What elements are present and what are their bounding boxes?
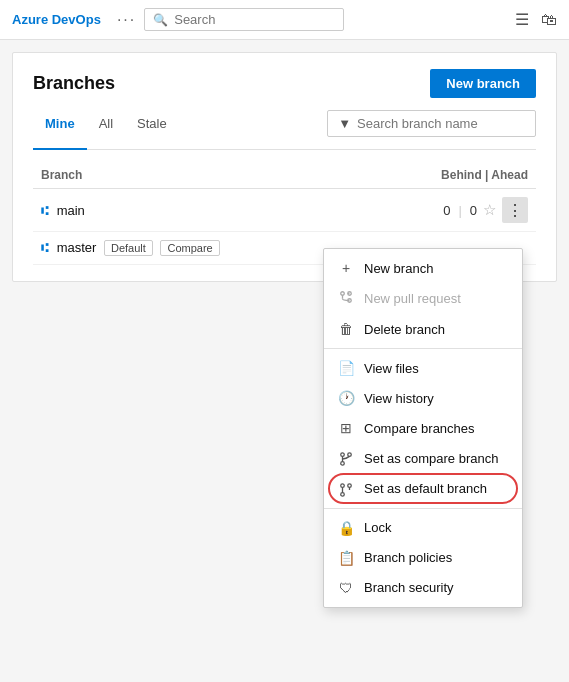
branch-name-main: main: [57, 203, 85, 218]
topbar-dots[interactable]: ···: [117, 11, 136, 29]
branch-icon: ⑆: [41, 240, 49, 255]
menu-divider-1: [324, 348, 522, 349]
filter-icon: ▼: [338, 116, 351, 131]
trash-icon: 🗑: [338, 321, 354, 337]
policy-icon: 📋: [338, 550, 354, 566]
menu-item-set-default-branch[interactable]: Set as default branch: [324, 473, 522, 503]
menu-item-compare-branches[interactable]: ⊞ Compare branches: [324, 413, 522, 443]
page-title: Branches: [33, 73, 115, 94]
menu-item-view-history[interactable]: 🕐 View history: [324, 383, 522, 413]
menu-item-label: New pull request: [364, 291, 461, 306]
menu-item-new-pull-request: New pull request: [324, 283, 522, 314]
svg-point-6: [348, 453, 352, 457]
tab-all[interactable]: All: [87, 110, 125, 150]
list-icon[interactable]: ☰: [515, 10, 529, 29]
menu-item-label: Branch security: [364, 580, 454, 595]
menu-item-label: Lock: [364, 520, 391, 535]
tabs-bar: Mine All Stale ▼: [33, 110, 536, 150]
svg-point-0: [341, 292, 345, 296]
ahead-main: 0: [470, 203, 477, 218]
new-branch-button[interactable]: New branch: [430, 69, 536, 98]
branch-search-input[interactable]: [357, 116, 525, 131]
table-row: ⑆ main 0 | 0 ☆ ⋮: [33, 189, 536, 232]
menu-item-branch-policies[interactable]: 📋 Branch policies: [324, 543, 522, 573]
menu-item-set-compare-branch[interactable]: Set as compare branch: [324, 443, 522, 473]
behind-main: 0: [443, 203, 450, 218]
compare-icon: ⊞: [338, 420, 354, 436]
menu-item-label: Set as default branch: [364, 481, 487, 496]
svg-point-10: [348, 483, 352, 487]
plus-icon: +: [338, 260, 354, 276]
context-menu: + New branch New pull request 🗑 Delete b…: [323, 248, 523, 608]
menu-item-delete-branch[interactable]: 🗑 Delete branch: [324, 314, 522, 344]
topbar-search-box: 🔍: [144, 8, 344, 31]
menu-item-lock[interactable]: 🔒 Lock: [324, 513, 522, 543]
svg-point-9: [341, 492, 345, 496]
badge-compare: Compare: [160, 240, 219, 256]
page-header: Branches New branch: [33, 69, 536, 98]
tab-stale[interactable]: Stale: [125, 110, 179, 150]
menu-item-view-files[interactable]: 📄 View files: [324, 353, 522, 383]
actions-cell-main: 0 | 0 ☆ ⋮: [370, 197, 528, 223]
file-icon: 📄: [338, 360, 354, 376]
sep: |: [458, 203, 461, 218]
menu-item-new-branch[interactable]: + New branch: [324, 253, 522, 283]
svg-point-5: [341, 462, 345, 466]
menu-item-label: Compare branches: [364, 421, 475, 436]
menu-item-branch-security[interactable]: 🛡 Branch security: [324, 573, 522, 603]
col-behind-ahead: Behind | Ahead: [362, 162, 536, 189]
shield-icon: 🛡: [338, 580, 354, 596]
brand-label[interactable]: Azure DevOps: [12, 12, 101, 27]
svg-point-4: [341, 453, 345, 457]
branch-name-master: master: [57, 240, 97, 255]
svg-point-8: [341, 483, 345, 487]
menu-item-label: Branch policies: [364, 550, 452, 565]
topbar-right-icons: ☰ 🛍: [515, 10, 557, 29]
badge-default: Default: [104, 240, 153, 256]
menu-item-label: New branch: [364, 261, 433, 276]
pull-request-icon: [338, 290, 354, 307]
more-button-main[interactable]: ⋮: [502, 197, 528, 223]
lock-icon: 🔒: [338, 520, 354, 536]
menu-divider-2: [324, 508, 522, 509]
menu-item-label: Delete branch: [364, 322, 445, 337]
star-icon-main[interactable]: ☆: [483, 201, 496, 219]
tab-mine[interactable]: Mine: [33, 110, 87, 150]
set-default-icon: [338, 480, 354, 496]
topbar-search-icon: 🔍: [153, 13, 168, 27]
menu-item-label: View history: [364, 391, 434, 406]
history-icon: 🕐: [338, 390, 354, 406]
branches-page: Branches New branch Mine All Stale ▼ Bra…: [12, 52, 557, 282]
branch-icon: ⑆: [41, 203, 49, 218]
set-compare-icon: [338, 450, 354, 466]
bag-icon[interactable]: 🛍: [541, 11, 557, 29]
branch-search-box: ▼: [327, 110, 536, 137]
topbar-search-input[interactable]: [174, 12, 335, 27]
menu-item-label: View files: [364, 361, 419, 376]
col-branch: Branch: [33, 162, 362, 189]
menu-item-label: Set as compare branch: [364, 451, 498, 466]
topbar: Azure DevOps ··· 🔍 ☰ 🛍: [0, 0, 569, 40]
